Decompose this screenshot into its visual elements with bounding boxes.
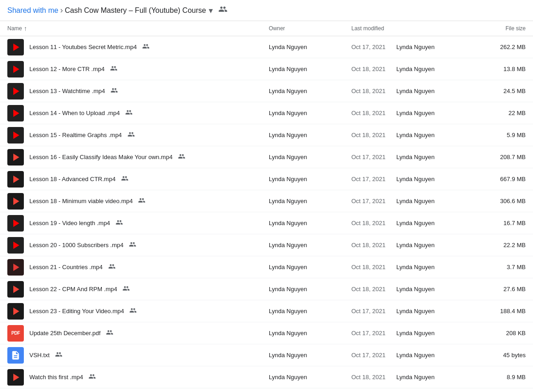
file-size: 5.9 MB	[471, 132, 526, 138]
modified-date: Oct 18, 2021	[351, 286, 393, 293]
table-row[interactable]: VSH.txt Lynda Nguyen Oct 17, 2021 Lynda …	[0, 344, 533, 366]
table-row[interactable]: Lesson 15 - Realtime Graphs .mp4 Lynda N…	[0, 124, 533, 146]
shared-icon	[129, 241, 136, 249]
modified-date: Oct 18, 2021	[351, 88, 393, 94]
video-icon	[7, 369, 24, 386]
modified-date: Oct 17, 2021	[351, 44, 393, 50]
modified-date: Oct 17, 2021	[351, 352, 393, 359]
last-modified: Oct 18, 2021 Lynda Nguyen	[351, 220, 471, 226]
file-size: 45 bytes	[471, 352, 526, 359]
modified-by: Lynda Nguyen	[396, 264, 434, 271]
sort-arrow-icon: ↑	[24, 25, 27, 32]
owner: Lynda Nguyen	[269, 286, 351, 293]
owner: Lynda Nguyen	[269, 264, 351, 271]
modified-by: Lynda Nguyen	[396, 110, 434, 116]
last-modified: Oct 17, 2021 Lynda Nguyen	[351, 44, 471, 50]
file-name: Lesson 20 - 1000 Subscribers .mp4	[29, 242, 123, 248]
modified-date: Oct 17, 2021	[351, 308, 393, 315]
table-row[interactable]: Lesson 21 - Countries .mp4 Lynda Nguyen …	[0, 256, 533, 278]
last-modified: Oct 18, 2021 Lynda Nguyen	[351, 242, 471, 248]
modified-by: Lynda Nguyen	[396, 154, 434, 160]
breadcrumb-dropdown-icon[interactable]: ▾	[209, 6, 213, 16]
modified-by: Lynda Nguyen	[396, 330, 434, 337]
file-name: Lesson 23 - Editing Your Video.mp4	[29, 308, 124, 315]
file-size: 8.9 MB	[471, 374, 526, 381]
last-modified: Oct 18, 2021 Lynda Nguyen	[351, 66, 471, 72]
table-header: Name ↑ Owner Last modified File size	[0, 21, 533, 36]
video-icon	[7, 61, 24, 77]
table-row[interactable]: Lesson 13 - Watchtime .mp4 Lynda Nguyen …	[0, 80, 533, 102]
last-modified: Oct 17, 2021 Lynda Nguyen	[351, 154, 471, 160]
file-size: 22.2 MB	[471, 242, 526, 248]
video-icon	[7, 215, 24, 232]
table-row[interactable]: Lesson 12 - More CTR .mp4 Lynda Nguyen O…	[0, 58, 533, 80]
last-modified: Oct 17, 2021 Lynda Nguyen	[351, 352, 471, 359]
file-name: Lesson 11 - Youtubes Secret Metric.mp4	[29, 44, 137, 50]
shared-icon	[129, 307, 137, 315]
modified-date: Oct 18, 2021	[351, 220, 393, 226]
modified-date: Oct 17, 2021	[351, 330, 393, 337]
modified-date: Oct 17, 2021	[351, 198, 393, 204]
file-name: Lesson 15 - Realtime Graphs .mp4	[29, 132, 122, 138]
owner: Lynda Nguyen	[269, 352, 351, 359]
name-column-header[interactable]: Name ↑	[7, 25, 269, 32]
file-name: Lesson 18 - Advanced CTR.mp4	[29, 176, 116, 182]
file-name: Lesson 16 - Easily Classify Ideas Make Y…	[29, 154, 172, 160]
video-icon	[7, 171, 24, 188]
owner: Lynda Nguyen	[269, 220, 351, 226]
shared-with-me-link[interactable]: Shared with me	[7, 6, 58, 15]
file-name: Lesson 21 - Countries .mp4	[29, 264, 103, 271]
table-row[interactable]: Lesson 23 - Editing Your Video.mp4 Lynda…	[0, 300, 533, 322]
shared-icon	[111, 87, 118, 95]
file-size: 27.6 MB	[471, 286, 526, 293]
owner: Lynda Nguyen	[269, 110, 351, 116]
last-modified: Oct 18, 2021 Lynda Nguyen	[351, 374, 471, 381]
table-row[interactable]: Watch this first .mp4 Lynda Nguyen Oct 1…	[0, 366, 533, 388]
shared-icon	[116, 219, 123, 227]
table-row[interactable]: Lesson 19 - Video length .mp4 Lynda Nguy…	[0, 212, 533, 234]
modified-date: Oct 18, 2021	[351, 242, 393, 248]
table-row[interactable]: Lesson 14 - When to Upload .mp4 Lynda Ng…	[0, 102, 533, 124]
modified-by: Lynda Nguyen	[396, 66, 434, 72]
table-row[interactable]: Lesson 18 - Minimum viable video.mp4 Lyn…	[0, 190, 533, 212]
table-row[interactable]: Lesson 18 - Advanced CTR.mp4 Lynda Nguye…	[0, 168, 533, 190]
file-size: 16.7 MB	[471, 220, 526, 226]
last-modified: Oct 17, 2021 Lynda Nguyen	[351, 198, 471, 204]
modified-by: Lynda Nguyen	[396, 374, 434, 381]
owner-column-header: Owner	[269, 25, 351, 32]
table-row[interactable]: PDF Update 25th December.pdf Lynda Nguye…	[0, 322, 533, 344]
video-icon	[7, 237, 24, 254]
file-name: Lesson 12 - More CTR .mp4	[29, 66, 105, 72]
table-row[interactable]: Lesson 20 - 1000 Subscribers .mp4 Lynda …	[0, 234, 533, 256]
shared-icon	[89, 373, 96, 381]
pdf-icon: PDF	[7, 325, 24, 342]
file-size: 262.2 MB	[471, 44, 526, 50]
modified-by: Lynda Nguyen	[396, 286, 434, 293]
breadcrumb-folder[interactable]: Cash Cow Mastery – Full (Youtube) Course…	[65, 6, 213, 16]
modified-by: Lynda Nguyen	[396, 88, 434, 94]
video-icon	[7, 127, 24, 144]
breadcrumb: Shared with me › Cash Cow Mastery – Full…	[0, 0, 533, 21]
modified-by: Lynda Nguyen	[396, 176, 434, 182]
table-row[interactable]: Lesson 22 - CPM And RPM .mp4 Lynda Nguye…	[0, 278, 533, 300]
shared-icon	[125, 109, 133, 117]
file-name: VSH.txt	[29, 352, 50, 359]
modified-by: Lynda Nguyen	[396, 308, 434, 315]
modified-date: Oct 18, 2021	[351, 264, 393, 271]
last-modified: Oct 17, 2021 Lynda Nguyen	[351, 330, 471, 337]
file-size: 208 KB	[471, 330, 526, 337]
last-modified: Oct 18, 2021 Lynda Nguyen	[351, 88, 471, 94]
owner: Lynda Nguyen	[269, 88, 351, 94]
shared-icon	[178, 153, 185, 161]
owner: Lynda Nguyen	[269, 44, 351, 50]
table-row[interactable]: Lesson 16 - Easily Classify Ideas Make Y…	[0, 146, 533, 168]
file-size: 306.6 MB	[471, 198, 526, 204]
video-icon	[7, 193, 24, 210]
video-icon	[7, 39, 24, 55]
table-row[interactable]: Lesson 11 - Youtubes Secret Metric.mp4 L…	[0, 36, 533, 58]
last-modified: Oct 18, 2021 Lynda Nguyen	[351, 286, 471, 293]
shared-icon	[106, 329, 113, 337]
modified-date: Oct 18, 2021	[351, 66, 393, 72]
owner: Lynda Nguyen	[269, 242, 351, 248]
folder-name: Cash Cow Mastery – Full (Youtube) Course	[65, 6, 206, 15]
